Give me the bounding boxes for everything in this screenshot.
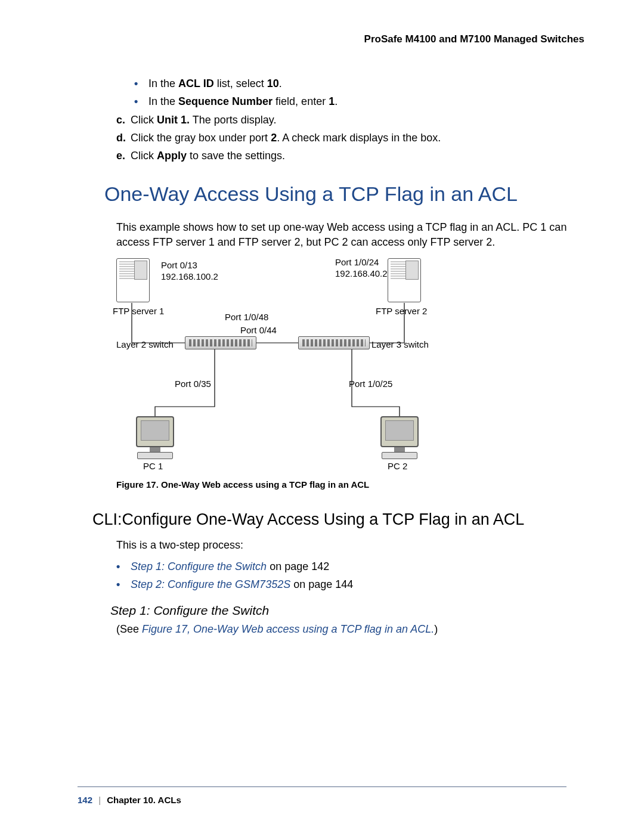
process-item: Step 2: Configure the GSM7352S on page 1… — [116, 577, 584, 592]
step-label: c. — [116, 113, 125, 127]
pc2-icon — [379, 416, 420, 462]
link-step1[interactable]: Step 1: Configure the Switch — [131, 561, 267, 572]
text-bold: 2 — [271, 132, 277, 144]
text: Click — [131, 114, 157, 126]
paragraph: This example shows how to set up one-way… — [116, 220, 584, 249]
text: The ports display. — [190, 114, 276, 126]
label-server1: FTP server 1 — [113, 305, 164, 317]
label-pc1: PC 1 — [143, 460, 163, 472]
text: Click the gray box under port — [131, 132, 271, 144]
text: . A check mark displays in the box. — [277, 132, 441, 144]
label-server1-ip: 192.168.100.2 — [161, 271, 218, 283]
pc1-icon — [134, 416, 176, 462]
step-item: e. Click Apply to save the settings. — [116, 148, 584, 163]
heading-3: Step 1: Configure the Switch — [110, 602, 584, 619]
layer2-switch-icon — [185, 336, 256, 349]
text-bold: 1 — [329, 95, 335, 107]
step-item: d. Click the gray box under port 2. A ch… — [116, 131, 584, 145]
ftp-server-2-icon — [388, 258, 421, 302]
label-sw-left: Layer 2 switch — [116, 339, 174, 351]
label-server1-port: Port 0/13 — [161, 259, 197, 271]
page-body: In the ACL ID list, select 10. In the Se… — [78, 76, 584, 636]
text: . — [279, 78, 282, 89]
page: ProSafe M4100 and M7100 Managed Switches… — [0, 0, 644, 833]
text: ) — [434, 623, 438, 635]
text-bold: Unit 1. — [157, 114, 190, 126]
text: list, select — [214, 78, 267, 89]
text-bold: Apply — [157, 150, 187, 162]
text: field, enter — [273, 95, 329, 107]
step-label: d. — [116, 131, 126, 145]
link-figure17[interactable]: Figure 17, One-Way Web access using a TC… — [142, 623, 434, 635]
label-trunk-left: Port 0/44 — [240, 324, 277, 336]
label-server2-ip: 192.168.40.2 — [335, 268, 388, 280]
text-bold: Sequence Number — [178, 95, 273, 107]
ftp-server-1-icon — [116, 258, 150, 302]
label-sw-right: Layer 3 switch — [371, 339, 429, 351]
text: Click — [131, 150, 157, 162]
text: to save the settings. — [187, 150, 285, 162]
step-label: e. — [116, 148, 125, 163]
text-bold: 10 — [267, 78, 279, 89]
footer-rule — [78, 786, 566, 787]
text: on page 142 — [267, 561, 329, 572]
text: . — [335, 95, 338, 107]
text: In the — [148, 78, 178, 89]
label-pc1-port: Port 0/35 — [175, 378, 211, 390]
footer-text: 142 | Chapter 10. ACLs — [78, 794, 566, 806]
label-server2: FTP server 2 — [376, 305, 427, 317]
label-pc2: PC 2 — [388, 460, 407, 472]
footer-separator: | — [98, 795, 101, 805]
link-step2[interactable]: Step 2: Configure the GSM7352S — [131, 578, 290, 590]
network-diagram-figure: Port 0/13 192.168.100.2 FTP server 1 Por… — [110, 256, 492, 468]
chapter-label: Chapter 10. ACLs — [107, 795, 181, 805]
text: In the — [148, 95, 178, 107]
text-bold: ACL ID — [178, 78, 214, 89]
bullet-item: In the ACL ID list, select 10. — [134, 76, 584, 91]
text: on page 144 — [290, 578, 353, 590]
page-number: 142 — [78, 795, 92, 805]
process-item: Step 1: Configure the Switch on page 142 — [116, 559, 584, 574]
heading-2: CLI:Configure One-Way Access Using a TCP… — [92, 509, 584, 530]
paragraph: (See Figure 17, One-Way Web access using… — [116, 622, 584, 636]
intro-bullet-list: In the ACL ID list, select 10. In the Se… — [134, 76, 584, 109]
label-pc2-port: Port 1/0/25 — [349, 378, 392, 390]
paragraph: This is a two-step process: — [116, 538, 584, 552]
layer3-switch-icon — [298, 336, 370, 349]
text: (See — [116, 623, 142, 635]
label-trunk-right: Port 1/0/48 — [225, 311, 268, 323]
figure-caption: Figure 17. One-Way Web access using a TC… — [116, 479, 584, 491]
label-server2-port: Port 1/0/24 — [335, 256, 379, 268]
running-header: ProSafe M4100 and M7100 Managed Switches — [78, 33, 584, 47]
process-list: Step 1: Configure the Switch on page 142… — [116, 559, 584, 592]
step-item: c. Click Unit 1. The ports display. — [116, 113, 584, 127]
bullet-item: In the Sequence Number field, enter 1. — [134, 94, 584, 109]
heading-1: One-Way Access Using a TCP Flag in an AC… — [104, 181, 584, 208]
page-footer: 142 | Chapter 10. ACLs — [78, 786, 566, 806]
lettered-steps: c. Click Unit 1. The ports display. d. C… — [116, 113, 584, 163]
